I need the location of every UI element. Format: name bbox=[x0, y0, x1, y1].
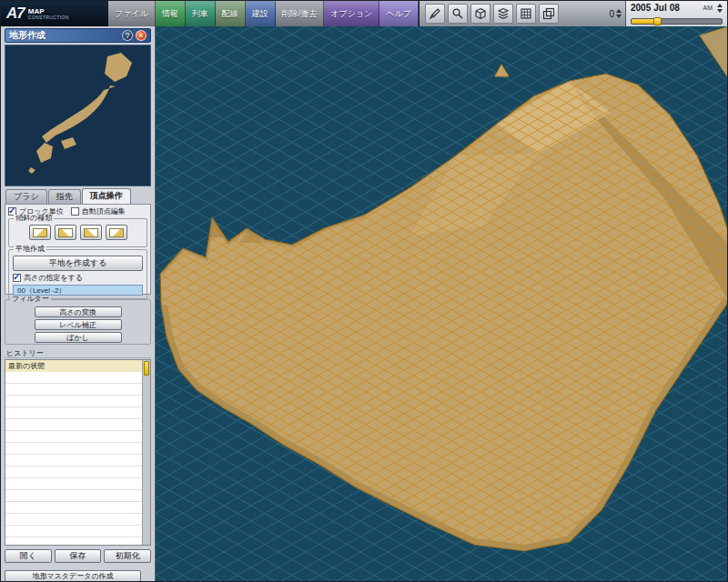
menu-train[interactable]: 列車 bbox=[186, 1, 216, 26]
vertex-tab-content: ブロック単位 自動頂点編集 傾斜の種類 bbox=[5, 204, 151, 295]
viewport-3d[interactable] bbox=[156, 26, 728, 581]
menu-info[interactable]: 情報 bbox=[156, 1, 186, 26]
stack-icon[interactable] bbox=[539, 4, 559, 24]
history-scrollbar[interactable] bbox=[142, 360, 150, 545]
menu-help[interactable]: ヘルプ bbox=[379, 1, 419, 26]
slope-sw-icon[interactable] bbox=[106, 225, 127, 240]
checkbox-icon bbox=[13, 274, 21, 282]
view-toolbar bbox=[419, 1, 602, 26]
open-button[interactable]: 開く bbox=[5, 549, 52, 563]
time-slider[interactable] bbox=[631, 18, 723, 25]
zoom-icon[interactable] bbox=[448, 4, 468, 24]
mesh-icon[interactable] bbox=[516, 4, 536, 24]
menu-remove[interactable]: 削除/撤去 bbox=[276, 1, 325, 26]
close-icon[interactable]: × bbox=[136, 30, 147, 41]
time-slider-handle[interactable] bbox=[653, 17, 662, 25]
auto-vertex-label: 自動頂点編集 bbox=[82, 206, 126, 216]
auto-vertex-checkbox[interactable]: 自動頂点編集 bbox=[71, 206, 126, 216]
height-convert-button[interactable]: 高さの変換 bbox=[35, 306, 122, 317]
save-button[interactable]: 保存 bbox=[55, 549, 102, 563]
master-data-button[interactable]: 地形マスタデータの作成 bbox=[5, 570, 141, 582]
height-spec-label: 高さの指定をする bbox=[24, 273, 83, 283]
tab-brush[interactable]: ブラシ bbox=[5, 189, 47, 204]
history-list[interactable]: 最新の状態 bbox=[5, 359, 151, 546]
blur-button[interactable]: ぼかし bbox=[35, 332, 122, 343]
logo-text: MAP CONSTRUCTION bbox=[28, 8, 69, 20]
menu-file[interactable]: ファイル bbox=[108, 1, 156, 26]
master-row: 地形マスタデータの作成 bbox=[5, 566, 151, 579]
filter-label: フィルター bbox=[10, 296, 51, 303]
date-up-icon[interactable] bbox=[717, 4, 723, 7]
counter-down-icon[interactable] bbox=[616, 15, 622, 18]
history-item-latest[interactable]: 最新の状態 bbox=[5, 360, 142, 372]
slope-nw-icon[interactable] bbox=[55, 225, 76, 240]
slope-se-icon[interactable] bbox=[80, 225, 102, 240]
main-menu: ファイル 情報 列車 配線 建設 削除/撤去 オプション ヘルプ bbox=[108, 1, 419, 26]
init-button[interactable]: 初期化 bbox=[104, 549, 151, 563]
slope-ne-icon[interactable] bbox=[29, 225, 51, 240]
panel-footer: 開く 保存 初期化 bbox=[5, 549, 151, 563]
menubar: A7 MAP CONSTRUCTION ファイル 情報 列車 配線 建設 削除/… bbox=[1, 1, 727, 26]
flat-land-label: 平地作成 bbox=[14, 246, 46, 253]
panel-title: 地形作成 bbox=[9, 29, 119, 42]
main-area: 地形作成 ? × ブラシ 指先 bbox=[1, 26, 727, 581]
help-icon[interactable]: ? bbox=[122, 30, 133, 41]
tab-vertex[interactable]: 頂点操作 bbox=[82, 188, 131, 204]
history-scrollbar-thumb[interactable] bbox=[144, 361, 149, 376]
layers-icon[interactable] bbox=[493, 4, 513, 24]
menu-options[interactable]: オプション bbox=[324, 1, 379, 26]
draw-icon[interactable] bbox=[425, 4, 445, 24]
checkbox-icon bbox=[71, 207, 79, 216]
date-day: 08 bbox=[670, 3, 680, 13]
menu-wiring[interactable]: 配線 bbox=[216, 1, 246, 26]
height-spec-checkbox[interactable]: 高さの指定をする bbox=[13, 273, 143, 283]
level-correct-button[interactable]: レベル補正 bbox=[35, 319, 122, 330]
app-window: A7 MAP CONSTRUCTION ファイル 情報 列車 配線 建設 削除/… bbox=[0, 0, 728, 582]
menu-build[interactable]: 建設 bbox=[246, 1, 276, 26]
slope-type-label: 傾斜の種類 bbox=[14, 215, 54, 222]
create-flat-button[interactable]: 平地を作成する bbox=[13, 256, 143, 271]
slope-type-group: 傾斜の種類 bbox=[8, 218, 147, 247]
time-slider-fill bbox=[632, 19, 655, 24]
panel-titlebar[interactable]: 地形作成 ? × bbox=[5, 28, 151, 43]
date-month: Jul bbox=[653, 3, 666, 13]
cube-icon[interactable] bbox=[470, 4, 490, 24]
date-panel: 2005 Jul 08 AM bbox=[625, 1, 727, 26]
app-logo: A7 MAP CONSTRUCTION bbox=[1, 1, 108, 26]
date-year: 2005 bbox=[631, 3, 651, 13]
logo-a7: A7 bbox=[6, 5, 25, 23]
filter-group: フィルター 高さの変換 レベル補正 ぼかし bbox=[5, 299, 151, 345]
history-label: ヒストリー bbox=[5, 348, 151, 358]
terrain-3d-view[interactable] bbox=[156, 26, 728, 582]
counter-up-icon[interactable] bbox=[616, 9, 622, 13]
flat-land-group: 平地作成 平地を作成する 高さの指定をする 00（Level -2） bbox=[8, 249, 147, 299]
counter-box: 0 bbox=[602, 1, 625, 26]
tool-tabs: ブラシ 指先 頂点操作 bbox=[5, 190, 151, 204]
terrain-panel: 地形作成 ? × ブラシ 指先 bbox=[1, 26, 156, 581]
minimap-japan[interactable] bbox=[5, 45, 151, 186]
meridiem-label: AM bbox=[703, 5, 713, 11]
tab-finger[interactable]: 指先 bbox=[48, 189, 81, 204]
counter-value: 0 bbox=[605, 9, 614, 19]
date-down-icon[interactable] bbox=[717, 9, 723, 13]
